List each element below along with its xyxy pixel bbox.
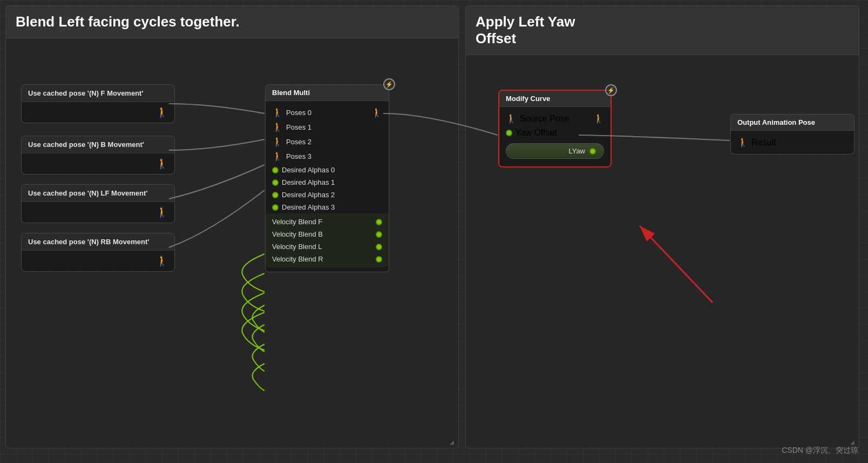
right-panel: Apply Left Yaw Offset ⚡ Modify Curve 🚶 S… xyxy=(465,5,859,448)
left-panel-header: Blend Left facing cycles together. xyxy=(6,6,458,38)
green-dot-vbr xyxy=(376,256,382,263)
source-pose-row: 🚶 Source Pose 🚶 xyxy=(499,111,611,126)
green-dot-da2 xyxy=(272,192,279,198)
desired-alphas-3-row: Desired Alphas 3 xyxy=(266,201,389,213)
cached-node-1-body: 🚶 xyxy=(22,102,174,123)
green-dot-vbl xyxy=(376,244,382,250)
person-icon-result: 🚶 xyxy=(737,137,748,147)
green-dot-da0 xyxy=(272,167,279,173)
person-icon-source-r: 🚶 xyxy=(593,113,604,124)
velocity-blend-b-row: Velocity Blend B xyxy=(266,228,389,240)
cached-node-2: Use cached pose '(N) B Movement' 🚶 xyxy=(21,136,175,175)
cached-node-2-header: Use cached pose '(N) B Movement' xyxy=(22,136,174,153)
green-dot-da3 xyxy=(272,204,279,211)
green-dot-yaw xyxy=(506,130,512,136)
blend-poses-3-row: 🚶 Poses 3 xyxy=(266,149,389,164)
blend-multi-header: Blend Multi xyxy=(266,85,389,101)
watermark: CSDN @浮沉、突过琼 xyxy=(782,446,858,455)
left-panel-title: Blend Left facing cycles together. xyxy=(16,14,240,30)
right-panel-title: Apply Left Yaw Offset xyxy=(476,14,849,47)
desired-alphas-0-row: Desired Alphas 0 xyxy=(266,164,389,176)
lightning-icon-blend: ⚡ xyxy=(383,78,395,90)
lightning-icon-modify: ⚡ xyxy=(605,84,617,96)
cached-node-3: Use cached pose '(N) LF Movement' 🚶 xyxy=(21,184,175,223)
modify-curve-node: ⚡ Modify Curve 🚶 Source Pose 🚶 Yaw Offse… xyxy=(498,90,612,167)
green-dot-lyaw xyxy=(589,148,596,155)
right-panel-header: Apply Left Yaw Offset xyxy=(466,6,859,55)
green-dot-da1 xyxy=(272,179,279,186)
result-row: 🚶 Result xyxy=(731,135,854,150)
modify-curve-header: Modify Curve xyxy=(499,91,611,107)
left-panel: Blend Left facing cycles together. Use c… xyxy=(5,5,459,448)
blend-poses-0-row: 🚶 Poses 0 🚶 xyxy=(266,105,389,120)
lyaw-button[interactable]: LYaw xyxy=(506,143,604,159)
yaw-offset-row: Yaw Offset xyxy=(499,126,611,140)
velocity-blend-f-row: Velocity Blend F xyxy=(266,216,389,228)
person-icon-1: 🚶 xyxy=(156,106,168,118)
cached-node-1: Use cached pose '(N) F Movement' 🚶 xyxy=(21,84,175,123)
blend-poses-2-row: 🚶 Poses 2 xyxy=(266,135,389,149)
desired-alphas-2-row: Desired Alphas 2 xyxy=(266,189,389,201)
velocity-blend-r-row: Velocity Blend R xyxy=(266,253,389,265)
cached-node-4: Use cached pose '(N) RB Movement' 🚶 xyxy=(21,233,175,272)
right-panel-resize[interactable]: ◢ xyxy=(850,439,857,446)
cached-node-4-header: Use cached pose '(N) RB Movement' xyxy=(22,233,174,251)
person-icon-2: 🚶 xyxy=(156,158,168,170)
green-dot-vbb xyxy=(376,231,382,238)
blend-poses-1-row: 🚶 Poses 1 xyxy=(266,120,389,135)
cached-node-3-body: 🚶 xyxy=(22,202,174,223)
cached-node-4-body: 🚶 xyxy=(22,251,174,271)
output-node-header: Output Animation Pose xyxy=(731,115,854,131)
cached-node-1-header: Use cached pose '(N) F Movement' xyxy=(22,85,174,102)
blend-multi-node: ⚡ Blend Multi 🚶 Poses 0 🚶 🚶 Poses 1 🚶 Po… xyxy=(265,84,389,272)
cached-node-2-body: 🚶 xyxy=(22,153,174,174)
velocity-blend-l-row: Velocity Blend L xyxy=(266,240,389,253)
person-icon-p0-r: 🚶 xyxy=(371,108,382,118)
green-dot-vbf xyxy=(376,219,382,225)
left-panel-resize[interactable]: ◢ xyxy=(450,439,456,446)
person-icon-p2: 🚶 xyxy=(272,137,283,147)
person-icon-3: 🚶 xyxy=(156,206,168,218)
desired-alphas-1-row: Desired Alphas 1 xyxy=(266,176,389,189)
person-icon-p0: 🚶 xyxy=(272,108,283,118)
cached-node-3-header: Use cached pose '(N) LF Movement' xyxy=(22,185,174,202)
modify-curve-body: 🚶 Source Pose 🚶 Yaw Offset LYaw xyxy=(499,107,611,166)
person-icon-p1: 🚶 xyxy=(272,122,283,132)
person-icon-4: 🚶 xyxy=(156,255,168,267)
person-icon-p3: 🚶 xyxy=(272,151,283,162)
blend-multi-body: 🚶 Poses 0 🚶 🚶 Poses 1 🚶 Poses 2 🚶 Poses … xyxy=(266,101,389,272)
output-animation-pose-node: Output Animation Pose 🚶 Result xyxy=(730,114,855,155)
person-icon-source: 🚶 xyxy=(506,113,517,124)
output-node-body: 🚶 Result xyxy=(731,131,854,154)
